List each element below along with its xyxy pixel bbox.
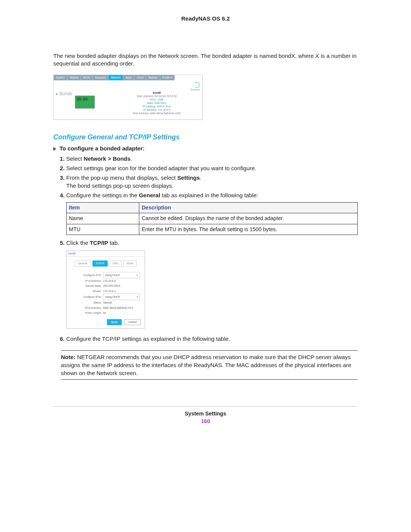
table-row: Name Cannot be edited. Displays the name… <box>67 213 358 224</box>
step-6: Configure the TCP/IP settings as explain… <box>66 335 358 343</box>
configure-ipv4-dropdown: Using DHCP ▾ <box>103 272 140 278</box>
step-4: Configure the settings in the General ta… <box>66 191 358 235</box>
tab-profile: Profile ▾ <box>160 75 175 80</box>
dlg-tab-tcpip: TCP/IP <box>92 260 108 267</box>
step-2: Select settings gear icon for the bonded… <box>66 164 358 172</box>
screenshot-tabbar: System Shares iSCSI Accounts Network App… <box>54 75 202 80</box>
procedure-steps: Select Network > Bonds. Select settings … <box>53 155 358 343</box>
nic-icon <box>75 96 95 109</box>
refresh-icon <box>194 82 200 88</box>
intro-paragraph: The new bonded adapter displays on the N… <box>53 52 358 68</box>
th-description: Description <box>139 202 358 213</box>
cancel-button: Cancel <box>124 319 141 325</box>
header-title: ReadyNAS OS 6.2 <box>53 15 358 22</box>
table-header-row: Item Description <box>67 202 358 213</box>
triangle-icon <box>53 147 56 151</box>
tab-accounts: Accounts <box>92 75 108 80</box>
tab-cloud: Cloud <box>134 75 146 80</box>
tab-apps: Apps <box>123 75 134 80</box>
th-item: Item <box>67 202 139 213</box>
chevron-down-icon: ▾ <box>137 294 138 299</box>
dlg-tab-mode: Mode <box>123 260 137 267</box>
dialog-title: bond0 <box>67 251 145 257</box>
tab-shares: Shares <box>67 75 81 80</box>
tab-backup: Backup <box>146 75 160 80</box>
bonds-heading: ▸ Bonds <box>56 91 72 96</box>
apply-button: Apply <box>107 319 122 325</box>
step-3: From the pop-up menu that displays, sele… <box>66 174 358 190</box>
tab-iscsi: iSCSI <box>81 75 93 80</box>
section-heading: Configure General and TCP/IP Settings <box>53 133 358 141</box>
step-1: Select Network > Bonds. <box>66 155 358 163</box>
document-page: ReadyNAS OS 6.2 The new bonded adapter d… <box>0 0 411 532</box>
footer-page-number: 160 <box>53 418 358 424</box>
table-row: MTU Enter the MTU in bytes. The default … <box>67 224 358 235</box>
chevron-down-icon: ▾ <box>137 273 138 278</box>
procedure-title: To configure a bonded adapter: <box>53 145 358 152</box>
note-box: Note: NETGEAR recommends that you use DH… <box>61 350 358 380</box>
tcpip-dialog-screenshot: bond0 General TCP/IP DNS Mode Configure … <box>66 251 145 329</box>
network-bonds-screenshot: System Shares iSCSI Accounts Network App… <box>53 75 202 120</box>
dlg-tab-dns: DNS <box>109 260 122 267</box>
dlg-tab-general: General <box>75 260 91 267</box>
step-5: Click the TCP/IP tab. bond0 General TCP/… <box>66 239 358 329</box>
bond-metadata: bond0 MAC Address: B4:18:5A:76:52:56 MTU… <box>115 91 199 115</box>
page-footer: System Settings 160 <box>53 411 358 424</box>
footer-section: System Settings <box>53 411 358 417</box>
dialog-tabs: General TCP/IP DNS Mode <box>67 257 145 270</box>
tab-system: System <box>54 75 67 80</box>
configure-ipv6-dropdown: Using DHCP ▾ <box>103 294 140 300</box>
refresh-label: Refresh <box>190 88 200 91</box>
footer-separator <box>53 406 358 407</box>
tab-network: Network <box>108 75 123 80</box>
general-settings-table: Item Description Name Cannot be edited. … <box>66 202 358 235</box>
